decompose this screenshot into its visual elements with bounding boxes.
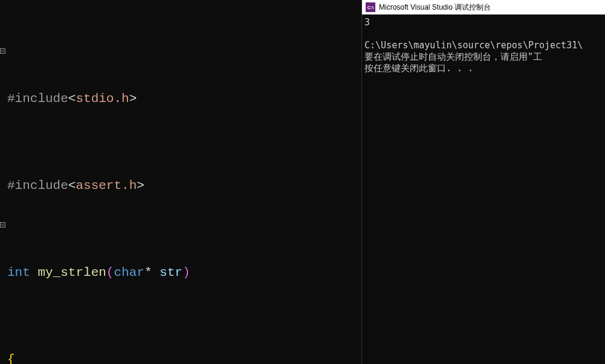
fold-gutter: − − [0, 0, 6, 364]
output-line: 要在调试停止时自动关闭控制台，请启用"工 [364, 51, 542, 62]
fold-marker-icon[interactable]: − [0, 48, 5, 54]
fold-marker-icon[interactable]: − [0, 222, 5, 228]
output-line: 3 [364, 17, 370, 28]
console-title: Microsoft Visual Studio 调试控制台 [379, 2, 491, 13]
code-line[interactable]: { [0, 349, 361, 364]
code-line[interactable]: #include<assert.h> [0, 175, 361, 197]
output-line: C:\Users\mayulin\source\repos\Project31\ [364, 40, 583, 51]
output-line: 按任意键关闭此窗口. . . [364, 63, 473, 74]
vs-console-icon: C:\ [366, 2, 375, 12]
code-line[interactable]: int my_strlen(char* str) [0, 262, 361, 284]
console-titlebar[interactable]: C:\ Microsoft Visual Studio 调试控制台 [362, 0, 605, 14]
console-output[interactable]: 3 C:\Users\mayulin\source\repos\Project3… [362, 14, 605, 364]
code-editor[interactable]: − − #include<stdio.h> #include<assert.h>… [0, 0, 361, 364]
debug-console-window: C:\ Microsoft Visual Studio 调试控制台 3 C:\U… [361, 0, 605, 364]
code-line[interactable]: #include<stdio.h> [0, 88, 361, 110]
